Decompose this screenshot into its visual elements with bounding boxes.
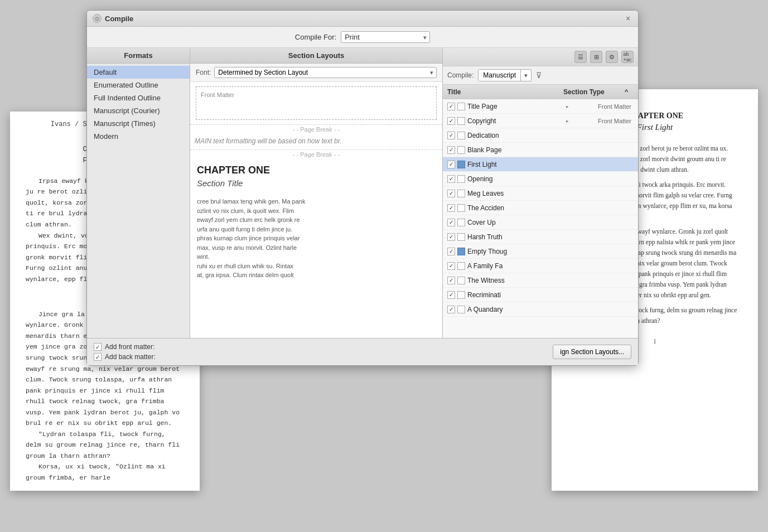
front-matter-section: Front Matter xyxy=(196,86,437,120)
grid-view-icon[interactable]: ⊞ xyxy=(590,51,602,63)
manuscript-label: Manuscript xyxy=(479,70,521,81)
the-witness-checkbox[interactable]: ✓ xyxy=(447,277,455,284)
add-front-matter-checkbox[interactable]: ✓ xyxy=(94,343,102,351)
dialog-titlebar: ⊙ Compile × xyxy=(87,11,638,27)
add-back-matter-checkbox[interactable]: ✓ xyxy=(94,353,102,361)
empty-thoughts-checkbox[interactable]: ✓ xyxy=(447,248,455,255)
compile-item-recrimination[interactable]: ✓ Recriminati xyxy=(443,288,638,302)
compile-item-the-accident[interactable]: ✓ The Acciden xyxy=(443,201,638,215)
filter-icon[interactable]: ⊽ xyxy=(536,71,542,80)
compile-item-title-page[interactable]: ✓ Title Page ▸ Front Matter xyxy=(443,99,638,114)
compile-item-empty-thoughts[interactable]: ✓ Empty Thoug xyxy=(443,244,638,259)
compile-table-header: Title Section Type ^ xyxy=(443,85,638,99)
dialog-body: Formats Default Enumerated Outline Full … xyxy=(87,48,638,338)
compile-for-select[interactable]: Print xyxy=(341,31,430,43)
recrimination-checkbox[interactable]: ✓ xyxy=(447,291,455,299)
front-matter-label: Front Matter xyxy=(201,91,432,98)
compile-item-meg-leaves[interactable]: ✓ Meg Leaves xyxy=(443,186,638,201)
compile-item-opening[interactable]: ✓ Opening xyxy=(443,172,638,186)
opening-checkbox[interactable]: ✓ xyxy=(447,175,455,183)
manuscript-button[interactable]: Manuscript ▾ xyxy=(478,69,532,81)
layout-preview: Front Matter - - Page Break - - MAIN tex… xyxy=(190,82,442,338)
section-layouts-header: Section Layouts xyxy=(190,48,442,64)
dialog-x-button[interactable]: × xyxy=(624,14,632,23)
layout-body-preview: cree brul lamax teng whik gen. Ma pank o… xyxy=(190,197,442,280)
section-layouts-column: Section Layouts Font: Determined by Sect… xyxy=(190,48,443,338)
compile-item-a-quandary[interactable]: ✓ A Quandary xyxy=(443,302,638,317)
compile-dialog: ⊙ Compile × Compile For: Print Formats D… xyxy=(86,10,639,366)
formats-header: Formats xyxy=(87,48,190,64)
dedication-checkbox[interactable]: ✓ xyxy=(447,132,455,139)
scroll-indicator: ^ xyxy=(625,88,634,96)
formats-list: Default Enumerated Outline Full Indented… xyxy=(87,64,190,145)
dedication-label: Dedication xyxy=(467,132,570,139)
title-page-checkbox[interactable]: ✓ xyxy=(447,103,455,110)
blank-page-checkbox[interactable]: ✓ xyxy=(447,146,455,154)
compile-item-the-witness[interactable]: ✓ The Witness xyxy=(443,273,638,288)
first-light-icon xyxy=(457,161,465,168)
compile-item-copyright[interactable]: ✓ Copyright ▸ Front Matter xyxy=(443,114,638,128)
manuscript-dropdown-arrow[interactable]: ▾ xyxy=(521,70,531,81)
font-select-wrapper[interactable]: Determined by Section Layout xyxy=(214,67,437,78)
copyright-icon xyxy=(457,117,465,125)
the-accident-icon xyxy=(457,204,465,212)
ms-para-5: Korsa, ux xi twock, "Ozlint ma xi groum … xyxy=(26,461,184,483)
family-fa-label: A Family Fa xyxy=(467,262,570,270)
compile-item-dedication[interactable]: ✓ Dedication xyxy=(443,128,638,143)
compile-item-family-fa[interactable]: ✓ A Family Fa xyxy=(443,259,638,273)
the-accident-checkbox[interactable]: ✓ xyxy=(447,204,455,212)
format-default[interactable]: Default xyxy=(87,66,190,79)
page-break-1: - - Page Break - - xyxy=(190,124,442,133)
bottom-checkboxes: ✓ Add front matter: ✓ Add back matter: xyxy=(94,343,156,361)
dialog-bottom: ✓ Add front matter: ✓ Add back matter: i… xyxy=(87,338,638,365)
settings-icon[interactable]: ⚙ xyxy=(606,51,618,63)
copyright-section-type: Front Matter xyxy=(572,118,634,124)
add-front-matter-label: Add front matter: xyxy=(105,343,154,351)
section-title: Section Title xyxy=(197,178,436,188)
the-accident-label: The Acciden xyxy=(467,204,570,212)
harsh-truth-icon xyxy=(457,233,465,241)
first-light-checkbox[interactable]: ✓ xyxy=(447,161,455,168)
meg-leaves-label: Meg Leaves xyxy=(467,190,570,197)
compile-row: Compile: Manuscript ▾ ⊽ xyxy=(443,66,638,85)
recrimination-label: Recriminati xyxy=(467,291,570,299)
compile-for-select-wrapper[interactable]: Print xyxy=(341,31,430,43)
dialog-title-left: ⊙ Compile xyxy=(93,14,133,23)
cover-up-checkbox[interactable]: ✓ xyxy=(447,219,455,226)
ms-para-4: "Lydran tolaspa fli, twock furng, delm s… xyxy=(26,429,184,462)
format-enum-outline[interactable]: Enumerated Outline xyxy=(87,79,190,91)
dialog-close-button[interactable]: ⊙ xyxy=(93,14,102,23)
list-view-icon[interactable]: ☰ xyxy=(574,51,587,63)
empty-thoughts-icon xyxy=(457,248,465,255)
format-manuscript-courier[interactable]: Manuscript (Courier) xyxy=(87,104,190,117)
empty-thoughts-label: Empty Thoug xyxy=(467,248,570,255)
compile-item-cover-up[interactable]: ✓ Cover Up xyxy=(443,215,638,230)
dialog-title: Compile xyxy=(105,14,133,23)
meg-leaves-checkbox[interactable]: ✓ xyxy=(447,190,455,197)
copyright-arrow: ▸ xyxy=(566,118,569,124)
format-full-outline[interactable]: Full Indented Outline xyxy=(87,91,190,104)
family-fa-icon xyxy=(457,262,465,270)
harsh-truth-checkbox[interactable]: ✓ xyxy=(447,233,455,241)
compile-toolbar: ☰ ⊞ ⚙ ab+ac xyxy=(443,48,638,66)
meg-leaves-icon xyxy=(457,190,465,197)
copyright-checkbox[interactable]: ✓ xyxy=(447,117,455,125)
a-quandary-checkbox[interactable]: ✓ xyxy=(447,306,455,313)
assign-section-layouts-button[interactable]: ign Section Layouts... xyxy=(553,345,631,359)
title-column-header: Title xyxy=(447,88,563,96)
add-front-matter-row: ✓ Add front matter: xyxy=(94,343,156,351)
add-back-matter-row: ✓ Add back matter: xyxy=(94,353,156,361)
cover-up-label: Cover Up xyxy=(467,219,570,226)
family-fa-checkbox[interactable]: ✓ xyxy=(447,262,455,270)
title-page-arrow: ▸ xyxy=(566,104,569,109)
compile-items-list: ✓ Title Page ▸ Front Matter ✓ Copyright … xyxy=(443,99,638,338)
compile-item-harsh-truth[interactable]: ✓ Harsh Truth xyxy=(443,230,638,244)
the-witness-label: The Witness xyxy=(467,277,570,284)
font-select[interactable]: Determined by Section Layout xyxy=(214,67,437,78)
compile-item-blank-page[interactable]: ✓ Blank Page xyxy=(443,143,638,157)
transform-icon[interactable]: ab+ac xyxy=(621,51,634,63)
format-modern[interactable]: Modern xyxy=(87,130,190,143)
compile-item-first-light[interactable]: ✓ First Light xyxy=(443,157,638,172)
format-manuscript-times[interactable]: Manuscript (Times) xyxy=(87,117,190,130)
copyright-label: Copyright xyxy=(467,117,564,125)
